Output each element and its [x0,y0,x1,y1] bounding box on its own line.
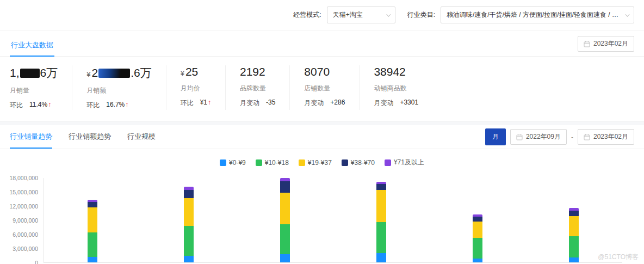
stat-sub-label: 月变动 [240,99,259,108]
tab-overview-data[interactable]: 行业大盘数据 [10,38,54,57]
stacked-bar[interactable] [280,178,290,262]
stacked-bar[interactable] [88,200,97,262]
stat-value: 8070 [304,65,345,78]
stat-value: ¥2.6万 [86,65,151,81]
legend-label: ¥38-¥70 [351,159,375,167]
stat-sub-label: 环比 [181,99,194,108]
bar-segment[interactable] [569,257,579,262]
end-date-value: 2023年02月 [593,132,628,142]
bar-segment[interactable] [376,190,386,223]
bar-segment[interactable] [184,198,194,226]
stacked-bar[interactable] [473,214,482,262]
stat-value-text: .6万 [131,65,152,81]
stat-label: 月销量 [10,86,58,95]
overview-header: 行业大盘数据 2023年02月 [0,30,644,57]
y-axis-tick: 0 [35,260,38,264]
bar-segment[interactable] [184,190,194,198]
bar-segment[interactable] [184,256,194,262]
date-range-separator: - [571,133,573,141]
trend-tabs-row: 行业销量趋势行业销额趋势行业规模 月 2022年09月 - 2023年02月 [0,125,644,149]
tab-2[interactable]: 行业规模 [127,125,156,149]
tab-0[interactable]: 行业销量趋势 [10,125,52,149]
legend-item[interactable]: ¥71及以上 [385,158,424,167]
legend-swatch [385,159,391,166]
stat-block: ¥25月均价环比¥1↑ [166,65,225,110]
redacted-value [98,69,130,78]
bar-slot [430,178,526,262]
bar-segment[interactable] [184,226,194,256]
category-select-value: 粮油调味/速食/干货/烘焙 / 方便面/拉面/挂面/轻食面速食 / 冲泡方便面/… [447,10,621,20]
bar-segment[interactable] [473,259,482,262]
bars-container [44,178,622,262]
topbar: 经营模式: 天猫+淘宝 行业类目: 粮油调味/速食/干货/烘焙 / 方便面/拉面… [0,0,644,30]
stat-value: 1,6万 [10,65,58,81]
bar-slot [140,178,237,262]
bar-segment[interactable] [376,184,386,189]
legend-swatch [299,159,305,166]
legend-label: ¥0-¥9 [229,159,246,167]
overview-date-picker[interactable]: 2023年02月 [578,36,634,52]
stacked-bar[interactable] [569,208,579,262]
stat-sub: 环比16.7%↑ [86,101,151,110]
bar-segment[interactable] [88,232,97,256]
y-axis-tick: 9,000,000 [13,217,38,224]
stat-sub: 月变动+286 [304,99,345,108]
stat-block: 1,6万月销量环比11.4%↑ [10,65,72,110]
bar-segment[interactable] [473,217,482,222]
mode-select[interactable]: 天猫+淘宝 [327,7,395,23]
sales-trend-chart: ¥0-¥9¥10-¥18¥19-¥37¥38-¥70¥71及以上 03,000,… [0,149,644,264]
y-axis-tick: 6,000,000 [13,231,38,238]
bar-slot [237,178,333,262]
stat-label: 品牌数量 [240,84,275,93]
stat-sub-label: 环比 [86,101,100,110]
stat-sub-label: 月变动 [374,99,393,108]
legend-item[interactable]: ¥0-¥9 [220,159,246,167]
calendar-icon [584,41,590,47]
stat-label: 店铺数量 [304,84,345,93]
bar-segment[interactable] [376,253,386,262]
bar-segment[interactable] [569,236,579,257]
legend-swatch [342,159,348,166]
tab-1[interactable]: 行业销额趋势 [69,125,111,149]
bar-segment[interactable] [473,238,482,259]
stacked-bar[interactable] [184,187,194,262]
y-axis-tick: 12,000,000 [9,203,38,210]
legend-item[interactable]: ¥19-¥37 [299,159,332,167]
stat-sub-value: -35 [266,99,275,108]
bar-slot [333,178,430,262]
stat-value: ¥25 [181,65,211,78]
bar-segment[interactable] [88,257,97,262]
stat-value-text: 2192 [240,65,265,78]
stat-block: 8070店铺数量月变动+286 [289,65,359,110]
chart-body: 03,000,0006,000,0009,000,00012,000,00015… [0,178,644,263]
category-label: 行业类目: [407,10,435,20]
bar-segment[interactable] [280,224,290,254]
start-date-picker[interactable]: 2022年09月 [510,129,567,145]
up-arrow-icon: ↑ [48,101,51,108]
end-date-picker[interactable]: 2023年02月 [578,129,634,145]
bar-segment[interactable] [88,207,97,233]
legend-swatch [220,159,226,166]
stacked-bar[interactable] [376,182,386,262]
legend-item[interactable]: ¥38-¥70 [342,159,375,167]
overview-date-value: 2023年02月 [593,39,628,48]
category-select[interactable]: 粮油调味/速食/干货/烘焙 / 方便面/拉面/挂面/轻食面速食 / 冲泡方便面/… [441,7,634,23]
bar-slot [526,178,622,262]
bar-segment[interactable] [473,222,482,238]
bar-segment[interactable] [280,193,290,224]
plot-area [44,178,622,263]
bar-segment[interactable] [88,202,97,207]
legend-item[interactable]: ¥10-¥18 [256,159,289,167]
stat-value-text: 2 [91,66,98,79]
currency-symbol: ¥ [86,70,90,78]
bar-segment[interactable] [569,216,579,236]
stat-block: 38942动销商品数月变动+3301 [359,65,432,110]
y-axis-tick: 3,000,000 [13,245,38,252]
watermark: @51CTO博客 [598,253,639,262]
period-month-button[interactable]: 月 [485,128,506,145]
bar-segment[interactable] [376,222,386,253]
bar-segment[interactable] [280,181,290,193]
bar-segment[interactable] [569,211,579,216]
stat-value: 38942 [374,65,418,78]
bar-segment[interactable] [280,254,290,262]
